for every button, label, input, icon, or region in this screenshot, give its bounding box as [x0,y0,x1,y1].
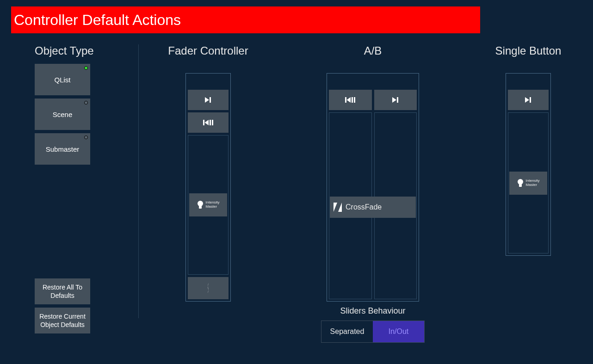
svg-rect-17 [530,97,531,103]
intensity-master-label: Intensity Master [526,179,540,187]
sliders-behaviour-section: Sliders Behaviour Separated In/Out [321,306,425,343]
type-scene-label: Scene [53,111,73,118]
svg-rect-4 [210,120,211,125]
fader-slider-track[interactable]: Intensity Master [188,135,229,275]
page-title: Controller Default Actions [14,12,181,29]
ab-top-spacer [329,75,417,87]
flash-icon [205,283,211,293]
ab-back-pause-button[interactable] [329,90,372,110]
svg-rect-7 [199,206,202,209]
svg-rect-1 [210,97,211,103]
type-submaster-button[interactable]: Submaster [35,133,90,165]
selected-indicator-icon [84,101,88,105]
fader-frame: Intensity Master [185,73,231,302]
bulb-icon [517,179,524,188]
svg-marker-12 [392,97,396,103]
restore-current-button[interactable]: Restore Current Object Defaults [35,308,90,333]
title-banner: Controller Default Actions [11,6,480,33]
restore-current-label: Restore Current Object Defaults [37,312,88,329]
restore-all-button[interactable]: Restore All To Defaults [35,278,90,304]
fader-slider-handle[interactable]: Intensity Master [189,193,227,216]
type-scene-button[interactable]: Scene [35,99,90,130]
type-qlist-button[interactable]: QList [35,64,90,95]
ab-heading: A/B [364,44,382,57]
sliders-behaviour-heading: Sliders Behaviour [340,306,405,316]
play-next-icon [392,97,399,103]
svg-marker-14 [334,203,337,212]
ab-slider-area: CrossFade [329,112,417,299]
fader-controller-column: Fader Controller [148,44,268,350]
type-submaster-label: Submaster [46,145,80,153]
single-heading: Single Button [495,44,562,57]
svg-marker-15 [338,203,342,212]
fader-top-spacer [188,75,229,87]
fader-flash-button[interactable] [188,277,229,299]
svg-marker-9 [347,97,351,103]
ab-go-button[interactable] [374,90,417,110]
play-next-icon [525,97,531,103]
single-button-column: Single Button Intensity Master [477,44,579,350]
svg-marker-16 [525,97,529,103]
fader-heading: Fader Controller [168,44,248,57]
fader-go-button[interactable] [188,90,229,110]
svg-rect-19 [519,184,522,187]
sidebar: Object Type QList Scene Submaster Restor… [35,44,139,318]
intensity-master-label: Intensity Master [206,201,220,209]
svg-point-18 [518,179,523,185]
sliders-separated-option[interactable]: Separated [321,321,373,342]
svg-rect-13 [397,97,398,103]
ab-frame: CrossFade [327,73,419,302]
svg-marker-3 [205,120,209,125]
single-slider-track[interactable]: Intensity Master [508,112,549,253]
selected-indicator-icon [84,66,88,70]
svg-point-6 [198,201,203,206]
prev-pause-icon [203,120,213,125]
single-frame: Intensity Master [506,73,551,256]
svg-rect-10 [352,97,353,103]
ab-column: A/B [303,44,442,350]
ab-crossfade-handle[interactable]: CrossFade [330,197,416,218]
single-go-button[interactable] [508,90,549,110]
play-next-icon [205,97,211,103]
svg-rect-8 [345,97,346,103]
selected-indicator-icon [84,136,88,139]
restore-all-label: Restore All To Defaults [37,283,88,300]
prev-pause-icon [345,97,355,103]
single-top-spacer [508,75,549,87]
svg-marker-0 [205,97,209,103]
sliders-inout-option[interactable]: In/Out [373,321,424,342]
single-slider-handle[interactable]: Intensity Master [509,172,547,195]
object-type-heading: Object Type [35,44,124,57]
svg-rect-5 [212,120,213,125]
type-qlist-label: QList [54,76,70,84]
sliders-behaviour-toggle: Separated In/Out [321,321,425,343]
fader-back-pause-button[interactable] [188,112,229,133]
svg-rect-2 [203,120,204,125]
bulb-icon [197,200,204,210]
crossfade-icon [334,203,342,212]
crossfade-label: CrossFade [346,203,382,211]
svg-rect-11 [354,97,355,103]
main-area: Fader Controller [148,44,579,350]
